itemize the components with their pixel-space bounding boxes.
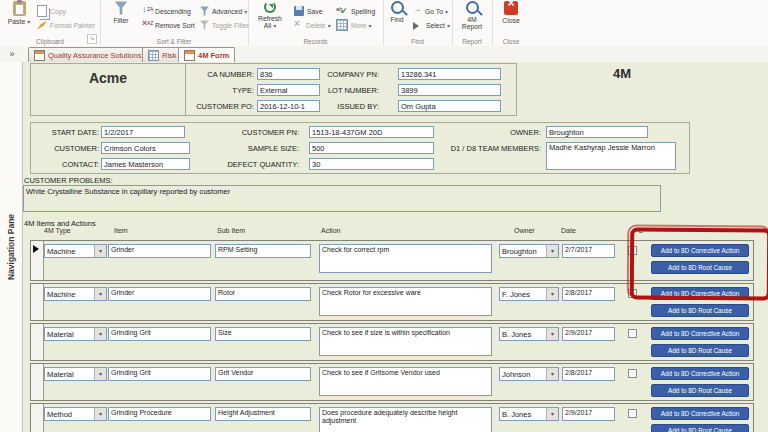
sub-item-field[interactable]: Height Adjustment	[215, 407, 311, 421]
owner-combobox[interactable]: B. Jones	[499, 327, 559, 341]
action-field[interactable]: Check to see if Gritsome Vendor used	[319, 367, 492, 396]
format-painter-button[interactable]: Format Painter	[37, 19, 95, 31]
chevron-down-icon[interactable]	[546, 328, 558, 340]
descending-button[interactable]: Descending	[142, 5, 191, 17]
start-date-field[interactable]: 1/2/2017	[101, 126, 185, 138]
owner-combobox[interactable]: Broughton	[499, 244, 559, 258]
chevron-down-icon[interactable]	[546, 408, 558, 420]
filter-button[interactable]: Filter	[106, 1, 136, 24]
add-to-8d-corrective-action-button[interactable]: Add to 8D Corrective Action	[651, 327, 749, 340]
refresh-all-button[interactable]: Refresh All	[252, 1, 288, 30]
item-field[interactable]: Grinding Grit	[108, 367, 211, 381]
customer-pn-field[interactable]: 1513-18-437GM 20D	[309, 126, 434, 138]
date-field[interactable]: 2/8/2017	[562, 287, 615, 301]
add-to-8d-root-cause-button[interactable]: Add to 8D Root Cause	[651, 424, 749, 432]
add-to-8d-root-cause-button[interactable]: Add to 8D Root Cause	[651, 344, 749, 357]
record-selector[interactable]	[31, 284, 44, 320]
goto-button[interactable]: Go To	[413, 5, 448, 17]
sub-item-field[interactable]: Rotor	[215, 287, 311, 301]
4m-report-button[interactable]: 4M Report	[457, 1, 487, 30]
4m-type-combobox[interactable]: Machine	[44, 244, 107, 258]
owner-combobox[interactable]: Johnson	[499, 367, 559, 381]
action-field[interactable]: Check to see if size is within specifica…	[319, 327, 492, 356]
delete-button[interactable]: Delete	[294, 19, 331, 31]
add-to-8d-root-cause-button[interactable]: Add to 8D Root Cause	[651, 261, 749, 274]
lot-number-field[interactable]: 3899	[398, 84, 501, 96]
sub-item-field[interactable]: Size	[215, 327, 311, 341]
chevron-down-icon[interactable]	[94, 408, 106, 420]
4m-type-combobox[interactable]: Material	[44, 327, 107, 341]
action-field[interactable]: Does procedure adequately describe heigh…	[319, 407, 492, 432]
defect-quantity-field[interactable]: 30	[309, 158, 434, 170]
tab-quality-assurance-solutions[interactable]: Quality Assurance Solutions	[28, 47, 147, 62]
date-field[interactable]: 2/9/2017	[562, 407, 615, 421]
item-field[interactable]: Grinding Grit	[108, 327, 211, 341]
add-to-8d-corrective-action-button[interactable]: Add to 8D Corrective Action	[651, 244, 749, 257]
select-button[interactable]: Select	[413, 19, 450, 31]
date-field[interactable]: 2/9/2017	[562, 327, 615, 341]
advanced-button[interactable]: Advanced	[200, 5, 247, 17]
copy-button[interactable]: Copy	[37, 5, 66, 17]
action-field[interactable]: Check for correct rpm	[319, 244, 492, 273]
chevron-down-icon[interactable]	[94, 328, 106, 340]
chevron-down-icon[interactable]	[94, 368, 106, 380]
sort-descending-icon	[142, 6, 152, 16]
add-to-8d-root-cause-button[interactable]: Add to 8D Root Cause	[651, 384, 749, 397]
complete-checkbox[interactable]	[628, 369, 637, 378]
add-to-8d-corrective-action-button[interactable]: Add to 8D Corrective Action	[651, 407, 749, 420]
ribbon: Paste Copy Format Painter Clipboard ↘ Fi…	[0, 0, 768, 47]
remove-sort-button[interactable]: Remove Sort	[142, 19, 195, 31]
tab-risk[interactable]: Risk	[142, 47, 183, 62]
record-selector[interactable]	[31, 241, 44, 280]
save-button[interactable]: Save	[294, 5, 323, 17]
clipboard-dialog-launcher-icon[interactable]: ↘	[87, 34, 97, 44]
owner-field[interactable]: Broughton	[546, 126, 648, 138]
complete-checkbox[interactable]	[628, 289, 637, 298]
issued-by-field[interactable]: Om Gupta	[398, 100, 501, 112]
spelling-button[interactable]: Spelling	[336, 5, 375, 17]
add-to-8d-root-cause-button[interactable]: Add to 8D Root Cause	[651, 304, 749, 317]
add-to-8d-corrective-action-button[interactable]: Add to 8D Corrective Action	[651, 287, 749, 300]
4m-type-combobox[interactable]: Machine	[44, 287, 107, 301]
chevron-down-icon[interactable]	[546, 288, 558, 300]
sub-item-field[interactable]: Grit Vendor	[215, 367, 311, 381]
item-field[interactable]: Grinding Procedure	[108, 407, 211, 421]
nav-pane-expand-chevron[interactable]: »	[4, 48, 20, 61]
record-selector[interactable]	[31, 324, 44, 360]
select-cursor-icon	[413, 22, 423, 30]
customer-problems-field[interactable]: White Crystalline Substance in capillary…	[23, 185, 661, 212]
paste-button[interactable]: Paste	[4, 1, 34, 26]
chevron-down-icon[interactable]	[94, 245, 106, 257]
owner-combobox[interactable]: B. Jones	[499, 407, 559, 421]
find-button[interactable]: Find	[385, 1, 409, 23]
customer-field[interactable]: Crimson Colors	[101, 142, 190, 154]
date-field[interactable]: 2/8/2017	[562, 367, 615, 381]
record-selector[interactable]	[31, 364, 44, 400]
more-button[interactable]: More	[336, 19, 372, 31]
tab-4m-form[interactable]: 4M Form	[178, 47, 235, 62]
team-members-field[interactable]: Madhe Kashyrap Jessie Marron	[546, 142, 676, 170]
owner-combobox[interactable]: F. Jones	[499, 287, 559, 301]
4m-type-combobox[interactable]: Material	[44, 367, 107, 381]
toggle-filter-button[interactable]: Toggle Filter	[200, 19, 249, 31]
close-button[interactable]: Close	[498, 1, 524, 24]
chevron-down-icon[interactable]	[546, 245, 558, 257]
company-pn-field[interactable]: 13286.341	[398, 68, 501, 80]
action-field[interactable]: Check Rotor for excessive ware	[319, 287, 492, 316]
4m-type-combobox[interactable]: Method	[44, 407, 107, 421]
contact-field[interactable]: James Masterson	[101, 158, 190, 170]
sub-item-field[interactable]: RPM Setting	[215, 244, 311, 258]
item-field[interactable]: Grinder	[108, 287, 211, 301]
sample-size-label: SAMPLE SIZE:	[201, 144, 299, 153]
complete-checkbox[interactable]	[628, 246, 637, 255]
complete-checkbox[interactable]	[628, 409, 637, 418]
date-field[interactable]: 2/7/2017	[562, 244, 615, 258]
navigation-pane-collapsed[interactable]: Navigation Pane	[0, 62, 23, 432]
add-to-8d-corrective-action-button[interactable]: Add to 8D Corrective Action	[651, 367, 749, 380]
chevron-down-icon[interactable]	[546, 368, 558, 380]
complete-checkbox[interactable]	[628, 329, 637, 338]
sample-size-field[interactable]: 500	[309, 142, 434, 154]
chevron-down-icon[interactable]	[94, 288, 106, 300]
item-field[interactable]: Grinder	[108, 244, 211, 258]
record-selector[interactable]	[31, 404, 44, 432]
